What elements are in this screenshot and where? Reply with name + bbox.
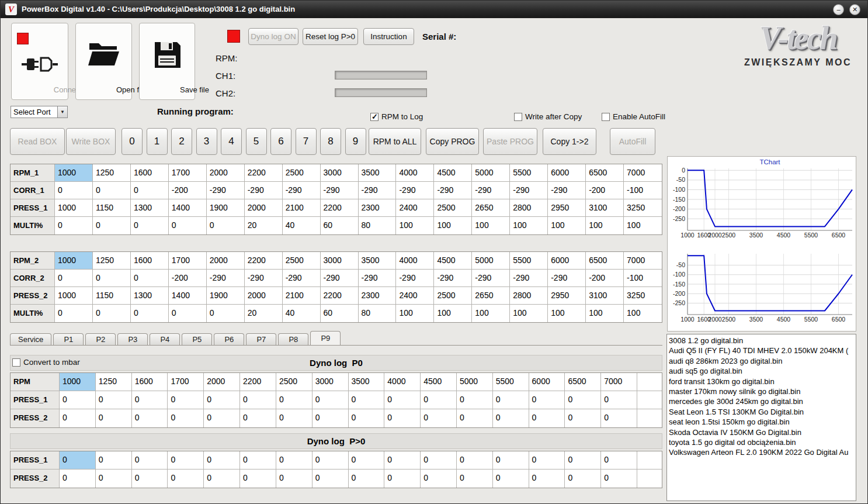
- cell-PRESS_1-5[interactable]: 2000: [245, 199, 283, 217]
- convert-to-mbar-checkbox[interactable]: Convert to mbar: [12, 358, 80, 367]
- cell-PRESS_1-1[interactable]: 1150: [93, 199, 131, 217]
- cell-MULTI%-11[interactable]: 100: [472, 305, 510, 322]
- cell-RPM-8[interactable]: 3500: [349, 373, 385, 391]
- cell-CORR_1-2[interactable]: 0: [131, 182, 169, 199]
- save-file-button[interactable]: Save file: [139, 23, 195, 100]
- number-button-9[interactable]: 9: [345, 128, 366, 155]
- cell-CORR_1-13[interactable]: -290: [548, 182, 586, 199]
- title-bar[interactable]: V PowerBox Digital v1.40 - C:\Users\Prod…: [1, 1, 867, 18]
- paste-prog-button[interactable]: Paste PROG: [483, 128, 537, 155]
- cell-PRESS_1-12[interactable]: 0: [493, 451, 529, 470]
- tab-p3[interactable]: P3: [117, 333, 148, 345]
- cell-CORR_2-0[interactable]: 0: [55, 270, 93, 287]
- cell-RPM-4[interactable]: 2000: [204, 373, 240, 391]
- cell-RPM-11[interactable]: 5000: [457, 373, 493, 391]
- cell-PRESS_1-8[interactable]: 0: [349, 451, 385, 470]
- cell-PRESS_2-7[interactable]: 0: [313, 409, 349, 427]
- cell-MULTI%-7[interactable]: 60: [321, 305, 359, 322]
- cell-PRESS_2-1[interactable]: 0: [96, 409, 132, 427]
- cell-PRESS_2-14[interactable]: 0: [565, 470, 601, 488]
- cell-PRESS_2-11[interactable]: 0: [457, 470, 493, 488]
- cell-PRESS_1-4[interactable]: 1900: [207, 199, 245, 217]
- cell-MULTI%-12[interactable]: 100: [510, 305, 548, 322]
- cell-PRESS_2-5[interactable]: 2000: [245, 287, 283, 305]
- cell-MULTI%-11[interactable]: 100: [472, 217, 510, 234]
- file-item[interactable]: toyota 1.5 go digital od obciążenia.bin: [669, 437, 854, 447]
- cell-RPM-12[interactable]: 5500: [493, 373, 529, 391]
- cell-CORR_2-12[interactable]: -290: [510, 270, 548, 287]
- open-file-button[interactable]: Open file: [75, 23, 132, 100]
- cell-PRESS_2-5[interactable]: 0: [240, 470, 276, 488]
- cell-MULTI%-8[interactable]: 80: [359, 217, 397, 234]
- cell-CORR_2-4[interactable]: -290: [207, 270, 245, 287]
- cell-RPM_2-14[interactable]: 6500: [586, 252, 624, 270]
- cell-RPM_1-13[interactable]: 6000: [548, 164, 586, 182]
- cell-PRESS_1-3[interactable]: 1400: [169, 199, 207, 217]
- cell-RPM_1-11[interactable]: 5000: [472, 164, 510, 182]
- cell-PRESS_1-15[interactable]: 0: [601, 451, 637, 470]
- cell-CORR_1-6[interactable]: -290: [283, 182, 321, 199]
- cell-PRESS_2-0[interactable]: 0: [60, 470, 96, 488]
- copy-1-2-button[interactable]: Copy 1->2: [543, 128, 596, 155]
- cell-CORR_2-1[interactable]: 0: [93, 270, 131, 287]
- cell-PRESS_2-3[interactable]: 0: [168, 470, 204, 488]
- cell-CORR_2-5[interactable]: -290: [245, 270, 283, 287]
- connect-button[interactable]: Connect: [11, 23, 68, 100]
- write-after-copy-checkbox[interactable]: Write after Copy: [514, 112, 582, 121]
- cell-CORR_1-9[interactable]: -290: [396, 182, 434, 199]
- select-port-dropdown[interactable]: Select Port ▼: [11, 106, 68, 118]
- cell-RPM_1-2[interactable]: 1600: [131, 164, 169, 182]
- cell-PRESS_1-1[interactable]: 0: [96, 391, 132, 409]
- chevron-down-icon[interactable]: ▼: [57, 106, 67, 118]
- cell-MULTI%-6[interactable]: 40: [283, 217, 321, 234]
- cell-RPM_2-9[interactable]: 4000: [396, 252, 434, 270]
- cell-RPM_1-6[interactable]: 2500: [283, 164, 321, 182]
- cell-PRESS_2-12[interactable]: 0: [493, 409, 529, 427]
- cell-PRESS_1-8[interactable]: 0: [349, 391, 385, 409]
- cell-RPM_2-6[interactable]: 2500: [283, 252, 321, 270]
- cell-RPM_1-0[interactable]: 1000: [55, 164, 93, 182]
- cell-PRESS_1-10[interactable]: 0: [421, 391, 457, 409]
- number-button-1[interactable]: 1: [147, 128, 168, 155]
- cell-MULTI%-2[interactable]: 0: [131, 305, 169, 322]
- cell-PRESS_1-11[interactable]: 0: [457, 451, 493, 470]
- cell-MULTI%-12[interactable]: 100: [510, 217, 548, 234]
- cell-PRESS_1-1[interactable]: 0: [96, 451, 132, 470]
- cell-PRESS_2-4[interactable]: 0: [204, 409, 240, 427]
- cell-RPM-5[interactable]: 2200: [240, 373, 276, 391]
- file-list[interactable]: 3008 1.2 go digital.binAudi Q5 II (FY FL…: [666, 334, 856, 501]
- read-box-button[interactable]: Read BOX: [10, 128, 65, 155]
- cell-PRESS_2-7[interactable]: 0: [313, 470, 349, 488]
- cell-MULTI%-4[interactable]: 0: [207, 305, 245, 322]
- cell-MULTI%-10[interactable]: 100: [434, 305, 472, 322]
- cell-MULTI%-9[interactable]: 100: [396, 305, 434, 322]
- cell-PRESS_2-14[interactable]: 3100: [586, 287, 624, 305]
- cell-CORR_2-8[interactable]: -290: [359, 270, 397, 287]
- cell-PRESS_2-8[interactable]: 0: [349, 470, 385, 488]
- cell-MULTI%-15[interactable]: 100: [624, 217, 662, 234]
- cell-PRESS_1-0[interactable]: 0: [60, 451, 96, 470]
- cell-MULTI%-13[interactable]: 100: [548, 217, 586, 234]
- cell-PRESS_2-10[interactable]: 2500: [434, 287, 472, 305]
- cell-RPM-13[interactable]: 6000: [529, 373, 565, 391]
- tab-p9[interactable]: P9: [310, 331, 341, 345]
- enable-autofill-checkbox[interactable]: Enable AutoFill: [602, 112, 665, 121]
- cell-CORR_1-1[interactable]: 0: [93, 182, 131, 199]
- cell-MULTI%-14[interactable]: 100: [586, 305, 624, 322]
- rpm-to-all-button[interactable]: RPM to ALL: [369, 128, 421, 155]
- cell-RPM-9[interactable]: 4000: [384, 373, 421, 391]
- cell-PRESS_1-6[interactable]: 2100: [283, 199, 321, 217]
- cell-PRESS_1-13[interactable]: 0: [529, 451, 565, 470]
- cell-PRESS_2-7[interactable]: 2200: [321, 287, 359, 305]
- cell-RPM_1-8[interactable]: 3500: [359, 164, 397, 182]
- tab-p8[interactable]: P8: [278, 333, 308, 345]
- number-button-2[interactable]: 2: [171, 128, 192, 155]
- write-box-button[interactable]: Write BOX: [66, 128, 116, 155]
- file-item[interactable]: audi q8 286km 2023 go digital.bin: [669, 356, 854, 366]
- cell-CORR_1-8[interactable]: -290: [359, 182, 397, 199]
- cell-PRESS_2-15[interactable]: 0: [601, 470, 637, 488]
- cell-PRESS_1-5[interactable]: 0: [240, 391, 276, 409]
- cell-RPM_2-4[interactable]: 2000: [207, 252, 245, 270]
- cell-MULTI%-1[interactable]: 0: [93, 305, 131, 322]
- cell-RPM_1-15[interactable]: 7000: [624, 164, 662, 182]
